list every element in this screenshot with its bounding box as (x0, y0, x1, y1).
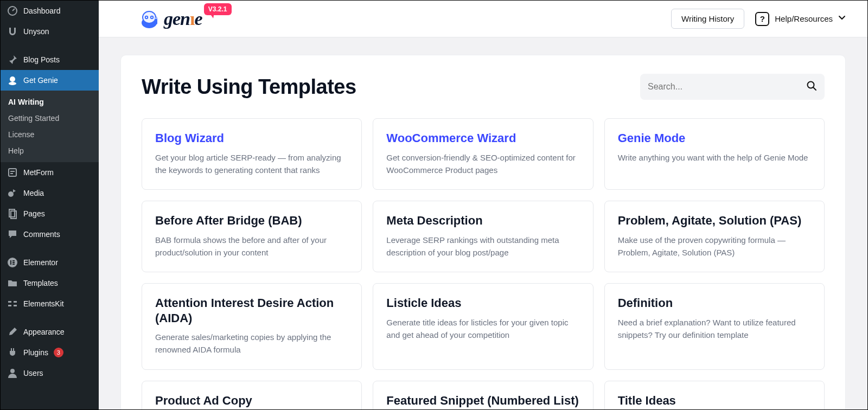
sidebar-item-plugins[interactable]: Plugins3 (1, 342, 99, 363)
update-count-badge: 3 (54, 348, 63, 357)
sidebar-item-label: Plugins (23, 348, 48, 357)
sidebar-item-label: Templates (23, 279, 58, 287)
svg-rect-15 (8, 305, 11, 306)
svg-point-24 (151, 16, 152, 17)
template-card[interactable]: Product Ad CopyGenerate a basic ad copy … (142, 381, 362, 410)
sidebar-item-label: Get Genie (23, 76, 58, 85)
sidebar-item-label: Dashboard (23, 7, 61, 15)
sidebar-item-appearance[interactable]: Appearance (1, 322, 99, 342)
ekit-icon (7, 298, 18, 309)
svg-rect-17 (14, 305, 17, 306)
folder-icon (7, 278, 18, 289)
sidebar-item-label: MetForm (23, 168, 54, 177)
template-card[interactable]: Genie ModeWrite anything you want with t… (604, 118, 825, 190)
card-description: Generate sales/marketing copies by apply… (155, 331, 348, 356)
sidebar-item-dashboard[interactable]: Dashboard (1, 1, 99, 21)
svg-point-1 (10, 76, 15, 82)
template-card[interactable]: Blog WizardGet your blog article SERP-re… (142, 118, 362, 190)
wp-admin-sidebar: DashboardUnysonBlog PostsGet GenieAI Wri… (1, 1, 99, 409)
sidebar-item-label: Media (23, 189, 44, 197)
elementor-icon (7, 257, 18, 268)
sidebar-item-unyson[interactable]: Unyson (1, 21, 99, 42)
svg-text:GET: GET (154, 17, 158, 20)
sidebar-item-media[interactable]: Media (1, 183, 99, 203)
help-label: Help/Resources (775, 14, 833, 23)
card-title: Featured Snippet (Numbered List) (386, 393, 579, 408)
card-title: Listicle Ideas (386, 296, 579, 311)
sidebar-item-blog-posts[interactable]: Blog Posts (1, 49, 99, 70)
template-card[interactable]: Meta DescriptionLeverage SERP rankings w… (373, 201, 593, 272)
sidebar-item-pages[interactable]: Pages (1, 203, 99, 224)
card-title: WooCommerce Wizard (386, 131, 579, 146)
help-resources-dropdown[interactable]: ? Help/Resources (755, 12, 846, 26)
template-card[interactable]: Problem, Agitate, Solution (PAS)Make use… (604, 201, 825, 272)
template-card[interactable]: Listicle IdeasGenerate title ideas for l… (373, 283, 593, 370)
search-icon (806, 80, 817, 93)
card-description: Generate title ideas for listicles for y… (386, 316, 579, 342)
svg-rect-13 (12, 264, 15, 265)
svg-rect-14 (8, 301, 11, 303)
svg-rect-3 (9, 169, 16, 176)
sidebar-item-label: Blog Posts (23, 55, 60, 64)
sidebar-item-metform[interactable]: MetForm (1, 162, 99, 183)
template-card[interactable]: Featured Snippet (Numbered List)Get a de… (373, 381, 593, 410)
template-search[interactable] (640, 74, 825, 100)
sidebar-item-label: Pages (23, 209, 45, 218)
card-title: Definition (618, 296, 811, 311)
svg-point-2 (9, 82, 16, 85)
sidebar-item-label: Users (23, 369, 43, 377)
brush-icon (7, 326, 18, 337)
templates-grid: Blog WizardGet your blog article SERP-re… (142, 118, 825, 409)
main-area: GET genıe V3.2.1 Writing History ? Help/… (99, 1, 867, 409)
sidebar-item-elementskit[interactable]: ElementsKit (1, 293, 99, 314)
sidebar-item-users[interactable]: Users (1, 363, 99, 383)
sidebar-item-label: Elementor (23, 258, 58, 267)
sidebar-item-get-genie[interactable]: Get Genie (1, 70, 99, 91)
genie-mascot-icon: GET (138, 8, 161, 30)
sidebar-sub-help[interactable]: Help (1, 143, 99, 159)
template-card[interactable]: Title IdeasGet multiple title ideas off … (604, 381, 825, 410)
sidebar-item-label: Appearance (23, 328, 65, 336)
dashboard-icon (7, 5, 18, 16)
app-bar: GET genıe V3.2.1 Writing History ? Help/… (99, 1, 867, 37)
template-card[interactable]: WooCommerce WizardGet conversion-friendl… (373, 118, 593, 190)
plug-icon (7, 347, 18, 358)
template-card[interactable]: Before After Bridge (BAB)BAB formula sho… (142, 201, 362, 272)
template-card[interactable]: Attention Interest Desire Action (AIDA)G… (142, 283, 362, 370)
templates-panel: Write Using Templates Blog WizardGet you… (120, 55, 846, 409)
unyson-icon (7, 26, 18, 37)
template-card[interactable]: DefinitionNeed a brief explanation? Want… (604, 283, 825, 370)
comment-icon (7, 229, 18, 240)
version-badge: V3.2.1 (204, 3, 232, 15)
svg-point-6 (8, 191, 14, 197)
search-input[interactable] (648, 82, 801, 92)
svg-rect-16 (14, 301, 17, 303)
card-title: Genie Mode (618, 131, 811, 146)
brand-wordmark: genıe (164, 9, 202, 29)
writing-history-button[interactable]: Writing History (671, 9, 744, 29)
card-description: Write anything you want with the help of… (618, 151, 811, 164)
card-description: Get conversion-friendly & SEO-optimized … (386, 151, 579, 177)
sidebar-item-label: Unyson (23, 27, 49, 36)
media-icon (7, 188, 18, 198)
card-title: Before After Bridge (BAB) (155, 213, 348, 228)
sidebar-sub-ai-writing[interactable]: AI Writing (1, 94, 99, 110)
card-title: Blog Wizard (155, 131, 348, 146)
brand-logo: GET genıe V3.2.1 (138, 8, 202, 30)
svg-rect-10 (10, 260, 11, 265)
sidebar-sub-license[interactable]: License (1, 126, 99, 143)
svg-rect-12 (12, 262, 15, 263)
card-title: Attention Interest Desire Action (AIDA) (155, 296, 348, 325)
sidebar-item-label: ElementsKit (23, 299, 64, 308)
card-title: Problem, Agitate, Solution (PAS) (618, 213, 811, 228)
svg-point-18 (10, 369, 15, 373)
card-title: Meta Description (386, 213, 579, 228)
sidebar-item-elementor[interactable]: Elementor (1, 252, 99, 273)
chevron-down-icon (838, 14, 846, 23)
sidebar-item-templates[interactable]: Templates (1, 273, 99, 293)
sidebar-item-comments[interactable]: Comments (1, 224, 99, 245)
form-icon (7, 167, 18, 178)
sidebar-sub-getting-started[interactable]: Getting Started (1, 110, 99, 126)
genie-icon (7, 75, 18, 86)
card-title: Product Ad Copy (155, 393, 348, 408)
